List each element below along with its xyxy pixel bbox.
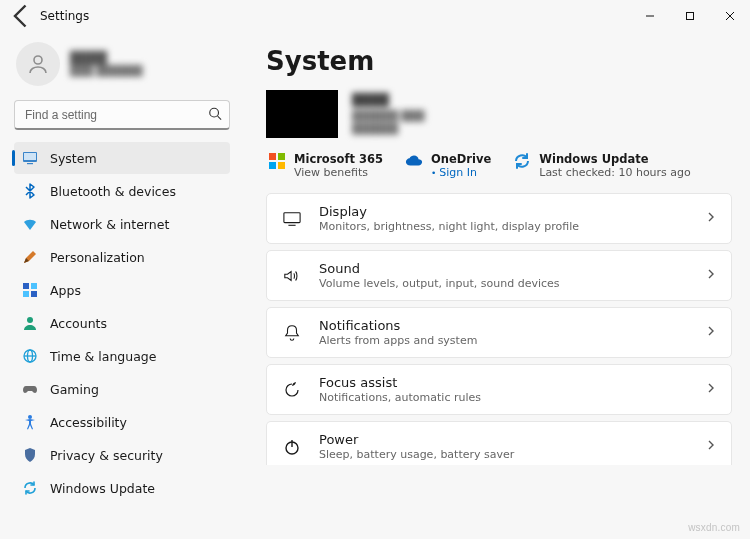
system-icon [22,150,38,166]
power-icon [281,436,303,458]
service-sub: View benefits [294,166,383,179]
onedrive-icon [405,152,423,170]
sidebar: ████ ███ ██████ System Bluetooth & dev [0,32,240,539]
sidebar-item-label: Bluetooth & devices [50,184,176,199]
sidebar-item-label: Network & internet [50,217,169,232]
service-sub[interactable]: • Sign In [431,166,491,179]
service-ms365[interactable]: Microsoft 365 View benefits [268,152,383,179]
search-input[interactable] [14,100,230,130]
back-button[interactable] [8,2,36,30]
page-title: System [266,46,732,76]
svg-rect-19 [284,212,300,222]
minimize-button[interactable] [630,0,670,32]
sound-icon [281,265,303,287]
device-row: ████ ██████ ███ ██████ [266,90,732,138]
card-power[interactable]: Power Sleep, battery usage, battery save… [266,421,732,465]
svg-rect-8 [24,153,36,160]
card-sound[interactable]: Sound Volume levels, output, input, soun… [266,250,732,301]
sidebar-item-accessibility[interactable]: Accessibility [14,406,230,438]
chevron-right-icon [705,439,717,454]
notifications-icon [281,322,303,344]
accessibility-icon [22,414,38,430]
card-sub: Volume levels, output, input, sound devi… [319,277,689,290]
accounts-icon [22,315,38,331]
device-image [266,90,338,138]
chevron-right-icon [705,382,717,397]
card-title: Sound [319,261,689,276]
sidebar-item-system[interactable]: System [14,142,230,174]
card-sub: Notifications, automatic rules [319,391,689,404]
sidebar-item-time-language[interactable]: Time & language [14,340,230,372]
sidebar-item-label: Personalization [50,250,145,265]
device-info: ████ ██████ ███ ██████ [352,93,424,135]
chevron-right-icon [705,325,717,340]
service-onedrive[interactable]: OneDrive • Sign In [405,152,491,179]
card-title: Focus assist [319,375,689,390]
sidebar-item-apps[interactable]: Apps [14,274,230,306]
card-sub: Monitors, brightness, night light, displ… [319,220,689,233]
account-sub: ███ ██████ [70,65,142,77]
services-row: Microsoft 365 View benefits OneDrive • S… [266,150,732,193]
privacy-security-icon [22,447,38,463]
svg-point-18 [28,415,32,419]
svg-rect-11 [31,283,37,289]
maximize-button[interactable] [670,0,710,32]
sidebar-item-label: Apps [50,283,81,298]
service-sub: Last checked: 10 hours ago [539,166,691,179]
svg-rect-9 [27,163,33,164]
network-icon [22,216,38,232]
sidebar-item-accounts[interactable]: Accounts [14,307,230,339]
service-title: Windows Update [539,152,691,166]
sidebar-item-windows-update[interactable]: Windows Update [14,472,230,504]
account-names: ████ ███ ██████ [70,51,142,77]
sidebar-item-label: System [50,151,97,166]
svg-rect-1 [687,13,694,20]
focus-assist-icon [281,379,303,401]
search-box[interactable] [14,100,230,130]
windows-update-service-icon [513,152,531,170]
svg-rect-12 [23,291,29,297]
apps-icon [22,282,38,298]
chevron-right-icon [705,268,717,283]
sidebar-item-label: Gaming [50,382,99,397]
sidebar-item-label: Accessibility [50,415,127,430]
close-button[interactable] [710,0,750,32]
card-title: Display [319,204,689,219]
sidebar-nav: System Bluetooth & devices Network & int… [14,142,230,504]
card-title: Notifications [319,318,689,333]
bluetooth-icon [22,183,38,199]
svg-rect-10 [23,283,29,289]
card-notifications[interactable]: Notifications Alerts from apps and syste… [266,307,732,358]
account-name: ████ [70,51,142,65]
search-icon [208,107,222,124]
svg-rect-13 [31,291,37,297]
sidebar-item-label: Windows Update [50,481,155,496]
time-language-icon [22,348,38,364]
sidebar-item-gaming[interactable]: Gaming [14,373,230,405]
svg-point-4 [34,56,42,64]
titlebar: Settings [0,0,750,32]
sidebar-item-privacy-security[interactable]: Privacy & security [14,439,230,471]
sidebar-item-label: Privacy & security [50,448,163,463]
card-sub: Sleep, battery usage, battery saver [319,448,689,461]
sidebar-item-personalization[interactable]: Personalization [14,241,230,273]
card-focus-assist[interactable]: Focus assist Notifications, automatic ru… [266,364,732,415]
service-windows-update[interactable]: Windows Update Last checked: 10 hours ag… [513,152,691,179]
card-title: Power [319,432,689,447]
service-title: Microsoft 365 [294,152,383,166]
chevron-right-icon [705,211,717,226]
card-display[interactable]: Display Monitors, brightness, night ligh… [266,193,732,244]
sidebar-item-bluetooth[interactable]: Bluetooth & devices [14,175,230,207]
personalization-icon [22,249,38,265]
main-panel: System ████ ██████ ███ ██████ Microsoft … [240,32,750,539]
account-header[interactable]: ████ ███ ██████ [14,36,230,98]
ms365-icon [268,152,286,170]
service-title: OneDrive [431,152,491,166]
sidebar-item-label: Accounts [50,316,107,331]
svg-line-6 [218,116,222,120]
windows-update-icon [22,480,38,496]
sidebar-item-label: Time & language [50,349,156,364]
svg-point-5 [210,108,219,117]
sidebar-item-network[interactable]: Network & internet [14,208,230,240]
card-sub: Alerts from apps and system [319,334,689,347]
